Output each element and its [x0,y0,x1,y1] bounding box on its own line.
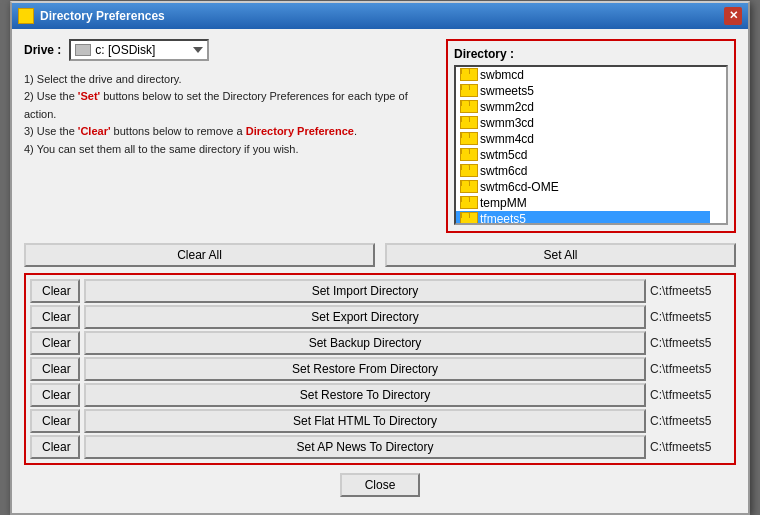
dir-name-7: swtm6cd-OME [480,180,559,194]
dir-item-6[interactable]: swtm6cd [456,163,710,179]
action-row-4: Clear Set Restore To Directory C:\tfmeet… [30,383,730,407]
hdd-icon [75,44,91,56]
dir-item-4[interactable]: swmm4cd [456,131,710,147]
action-row-1: Clear Set Export Directory C:\tfmeets5 [30,305,730,329]
dir-item-0[interactable]: swbmcd [456,67,710,83]
dir-item-9[interactable]: tfmeets5 [456,211,710,225]
top-section: Drive : c: [OSDisk] 1) Select the drive … [24,39,736,233]
set-flathtml-button[interactable]: Set Flat HTML To Directory [84,409,646,433]
buttons-row: Clear All Set All [24,243,736,267]
flathtml-path: C:\tfmeets5 [650,414,730,428]
dir-list-content: swbmcd swmeets5 swmm2cd swmm3cd [456,67,726,225]
set-restore-to-button[interactable]: Set Restore To Directory [84,383,646,407]
set-import-button[interactable]: Set Import Directory [84,279,646,303]
window-content: Drive : c: [OSDisk] 1) Select the drive … [12,29,748,513]
window-title: Directory Preferences [40,9,165,23]
action-row-0: Clear Set Import Directory C:\tfmeets5 [30,279,730,303]
dir-item-8[interactable]: tempMM [456,195,710,211]
action-row-3: Clear Set Restore From Directory C:\tfme… [30,357,730,381]
action-row-6: Clear Set AP News To Directory C:\tfmeet… [30,435,730,459]
export-path: C:\tfmeets5 [650,310,730,324]
folder-icon [460,212,476,225]
dir-name-9: tfmeets5 [480,212,526,225]
apnews-path: C:\tfmeets5 [650,440,730,454]
left-panel: Drive : c: [OSDisk] 1) Select the drive … [24,39,434,233]
set-restore-from-button[interactable]: Set Restore From Directory [84,357,646,381]
instructions: 1) Select the drive and directory. 2) Us… [24,71,434,159]
dir-name-2: swmm2cd [480,100,534,114]
folder-icon [460,132,476,145]
folder-icon [460,148,476,161]
drive-select-inner: c: [OSDisk] [75,43,189,57]
folder-icon [460,84,476,97]
instruction-4: 4) You can set them all to the same dire… [24,141,434,159]
directory-label: Directory : [454,47,728,61]
drive-select[interactable]: c: [OSDisk] [69,39,209,61]
dir-item-5[interactable]: swtm5cd [456,147,710,163]
title-bar-left: Directory Preferences [18,8,165,24]
dir-name-0: swbmcd [480,68,524,82]
folder-icon [460,68,476,81]
folder-icon [460,196,476,209]
folder-icon [460,100,476,113]
window-icon [18,8,34,24]
directory-panel: Directory : swbmcd swmeets5 [446,39,736,233]
folder-icon [460,180,476,193]
drive-row: Drive : c: [OSDisk] [24,39,434,61]
instruction-1: 1) Select the drive and directory. [24,71,434,89]
action-row-2: Clear Set Backup Directory C:\tfmeets5 [30,331,730,355]
clear-backup-button[interactable]: Clear [30,331,80,355]
dir-item-7[interactable]: swtm6cd-OME [456,179,710,195]
instruction-2: 2) Use the 'Set' buttons below to set th… [24,88,434,123]
drive-value: c: [OSDisk] [95,43,155,57]
clear-import-button[interactable]: Clear [30,279,80,303]
close-button[interactable]: Close [340,473,420,497]
dir-name-8: tempMM [480,196,527,210]
action-row-5: Clear Set Flat HTML To Directory C:\tfme… [30,409,730,433]
set-apnews-button[interactable]: Set AP News To Directory [84,435,646,459]
drive-label: Drive : [24,43,61,57]
folder-icon [460,164,476,177]
footer: Close [24,465,736,503]
close-window-button[interactable]: ✕ [724,7,742,25]
dir-name-3: swmm3cd [480,116,534,130]
clear-export-button[interactable]: Clear [30,305,80,329]
dir-item-3[interactable]: swmm3cd [456,115,710,131]
action-section: Clear Set Import Directory C:\tfmeets5 C… [24,273,736,465]
set-all-button[interactable]: Set All [385,243,736,267]
restore-to-path: C:\tfmeets5 [650,388,730,402]
dir-name-4: swmm4cd [480,132,534,146]
restore-from-path: C:\tfmeets5 [650,362,730,376]
clear-restore-from-button[interactable]: Clear [30,357,80,381]
dir-name-5: swtm5cd [480,148,527,162]
clear-restore-to-button[interactable]: Clear [30,383,80,407]
dir-item-1[interactable]: swmeets5 [456,83,710,99]
directory-list[interactable]: swbmcd swmeets5 swmm2cd swmm3cd [454,65,728,225]
dir-name-6: swtm6cd [480,164,527,178]
clear-flathtml-button[interactable]: Clear [30,409,80,433]
backup-path: C:\tfmeets5 [650,336,730,350]
dir-name-1: swmeets5 [480,84,534,98]
import-path: C:\tfmeets5 [650,284,730,298]
dir-item-2[interactable]: swmm2cd [456,99,710,115]
clear-all-button[interactable]: Clear All [24,243,375,267]
clear-apnews-button[interactable]: Clear [30,435,80,459]
folder-icon [460,116,476,129]
set-backup-button[interactable]: Set Backup Directory [84,331,646,355]
instruction-3: 3) Use the 'Clear' buttons below to remo… [24,123,434,141]
main-window: Directory Preferences ✕ Drive : c: [OSDi… [10,1,750,515]
title-bar: Directory Preferences ✕ [12,3,748,29]
set-export-button[interactable]: Set Export Directory [84,305,646,329]
dropdown-arrow-icon[interactable] [193,47,203,53]
